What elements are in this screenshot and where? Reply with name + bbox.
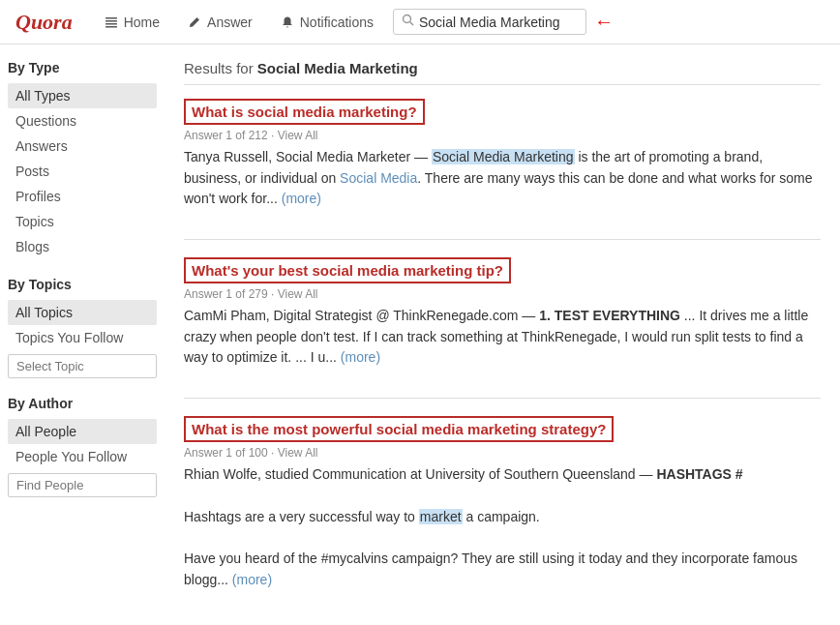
bell-icon (280, 15, 295, 30)
result-meta-sep-1: · (271, 129, 278, 142)
sidebar: By Type All Types Questions Answers Post… (0, 45, 165, 625)
svg-rect-1 (105, 20, 117, 22)
select-topic-input[interactable] (8, 354, 157, 378)
result-title-1: What is social media marketing? (184, 99, 425, 125)
result-author-2: CamMi Pham, Digital Strategist @ ThinkRe… (184, 308, 518, 323)
nav-home[interactable]: Home (92, 9, 171, 36)
sidebar-item-posts[interactable]: Posts (8, 159, 157, 184)
separator-1 (184, 239, 821, 240)
highlight-1: Social Media Marketing (432, 149, 575, 164)
svg-rect-2 (105, 23, 117, 25)
nav-answer[interactable]: Answer (175, 9, 264, 36)
sidebar-item-questions[interactable]: Questions (8, 108, 157, 134)
result-item-1: What is social media marketing? Answer 1… (184, 99, 821, 218)
svg-line-5 (410, 22, 414, 26)
result-answer-count-2: Answer 1 of 279 (184, 287, 268, 301)
by-type-heading: By Type (8, 60, 157, 75)
result-item-3: What is the most powerful social media m… (184, 416, 821, 598)
svg-point-4 (404, 15, 411, 23)
sidebar-item-all-people[interactable]: All People (8, 419, 157, 444)
search-icon (402, 14, 414, 30)
result-title-2: What's your best social media marketing … (184, 257, 511, 283)
result-body-2: CamMi Pham, Digital Strategist @ ThinkRe… (184, 306, 821, 369)
nav-home-label: Home (124, 15, 160, 30)
by-author-heading: By Author (8, 396, 157, 411)
pencil-icon (187, 15, 202, 30)
result-link-2[interactable]: What's your best social media marketing … (192, 262, 503, 279)
results-header-prefix: Results for (184, 60, 257, 76)
results-search-term: Social Media Marketing (257, 60, 418, 76)
result-title-3: What is the most powerful social media m… (184, 416, 614, 442)
result-item-2: What's your best social media marketing … (184, 257, 821, 376)
result-answer-count-1: Answer 1 of 212 (184, 129, 268, 142)
sidebar-item-all-types[interactable]: All Types (8, 83, 157, 108)
logo[interactable]: Quora (15, 10, 73, 35)
separator-2 (184, 398, 821, 399)
result-meta-3: Answer 1 of 100 · View All (184, 446, 821, 460)
result-answer-count-3: Answer 1 of 100 (184, 446, 268, 460)
more-link-3[interactable]: (more) (232, 572, 272, 587)
nav-notifications[interactable]: Notifications (268, 9, 385, 36)
result-view-all-1[interactable]: View All (278, 129, 318, 142)
nav-answer-label: Answer (207, 15, 253, 30)
nav-notifications-label: Notifications (300, 15, 374, 30)
result-link-3[interactable]: What is the most powerful social media m… (192, 421, 606, 437)
result-body-1: Tanya Russell, Social Media Marketer — S… (184, 147, 821, 210)
result-meta-sep-3: · (271, 446, 278, 460)
result-meta-sep-2: · (271, 287, 278, 301)
result-view-all-3[interactable]: View All (278, 446, 318, 460)
result-link-1[interactable]: What is social media marketing? (192, 104, 417, 120)
sidebar-item-topics-you-follow[interactable]: Topics You Follow (8, 325, 157, 350)
more-link-1[interactable]: (more) (282, 191, 321, 206)
result-view-all-2[interactable]: View All (278, 287, 318, 301)
sidebar-item-people-you-follow[interactable]: People You Follow (8, 444, 157, 469)
sidebar-item-answers[interactable]: Answers (8, 134, 157, 159)
sidebar-item-all-topics[interactable]: All Topics (8, 300, 157, 325)
arrow-indicator: ← (594, 11, 614, 33)
nav-items: Home Answer Notifications (92, 9, 385, 36)
sidebar-item-topics[interactable]: Topics (8, 209, 157, 234)
result-author-1: Tanya Russell, Social Media Marketer (184, 149, 410, 164)
search-container (393, 9, 586, 35)
result-meta-2: Answer 1 of 279 · View All (184, 287, 821, 301)
result-body-3: Rhian Wolfe, studied Communication at Un… (184, 464, 821, 590)
main-layout: By Type All Types Questions Answers Post… (0, 45, 840, 625)
more-link-2[interactable]: (more) (341, 349, 380, 365)
results-area: Results for Social Media Marketing What … (165, 45, 840, 625)
find-people-input[interactable] (8, 473, 157, 497)
social-media-link-1[interactable]: Social Media (340, 170, 417, 186)
sidebar-item-profiles[interactable]: Profiles (8, 184, 157, 209)
results-header: Results for Social Media Marketing (184, 60, 821, 85)
result-author-3: Rhian Wolfe, studied Communication at Un… (184, 466, 636, 482)
result-meta-1: Answer 1 of 212 · View All (184, 129, 821, 142)
header: Quora Home Answer (0, 0, 840, 45)
home-icon (104, 15, 119, 30)
search-input[interactable] (419, 15, 578, 30)
by-topics-heading: By Topics (8, 277, 157, 292)
highlight-2: market (419, 509, 463, 524)
svg-rect-0 (105, 17, 117, 19)
sidebar-item-blogs[interactable]: Blogs (8, 234, 157, 259)
svg-rect-3 (105, 26, 117, 28)
